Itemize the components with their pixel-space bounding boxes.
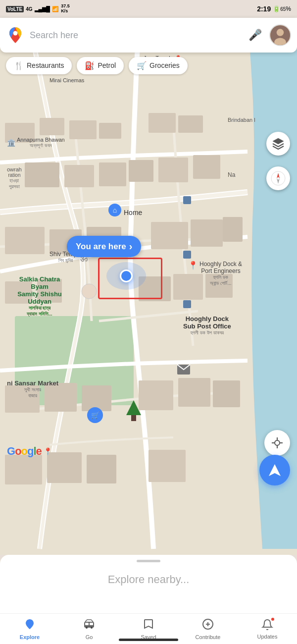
compass-button[interactable] bbox=[266, 166, 290, 190]
you-are-here-bubble[interactable]: You are here bbox=[67, 236, 141, 257]
logo-o1: o bbox=[15, 445, 21, 457]
svg-text:⌂: ⌂ bbox=[113, 206, 117, 214]
svg-rect-10 bbox=[69, 120, 97, 139]
hooghly-post-label: Hooghly Dock Sub Post Office হুগলী ডক উপ… bbox=[183, 315, 231, 336]
svg-rect-49 bbox=[131, 415, 136, 421]
svg-rect-38 bbox=[47, 452, 82, 483]
updates-label: Updates bbox=[257, 634, 278, 640]
home-label: Home bbox=[124, 209, 142, 216]
groceries-icon: 🛒 bbox=[137, 61, 147, 70]
svg-rect-39 bbox=[87, 455, 116, 483]
explore-icon bbox=[24, 618, 36, 633]
signal-bars: ▂▄▆█ bbox=[35, 6, 50, 12]
status-bar: VoLTE 4G ▂▄▆█ 📶 37.5K/s 2:19 🔋65% bbox=[0, 0, 297, 18]
explore-nearby-text: Explore nearby... bbox=[108, 573, 190, 586]
network-speed: 37.5K/s bbox=[61, 4, 70, 14]
updates-icon-wrapper bbox=[261, 619, 273, 633]
status-left: VoLTE 4G ▂▄▆█ 📶 37.5K/s bbox=[6, 4, 70, 14]
nav-item-contribute[interactable]: Contribute bbox=[178, 618, 238, 640]
svg-point-63 bbox=[86, 627, 88, 629]
svg-point-1 bbox=[13, 31, 18, 36]
chip-restaurants[interactable]: 🍴 Restaurants bbox=[6, 57, 72, 74]
petrol-icon: ⛽ bbox=[85, 61, 95, 70]
nav-item-saved[interactable]: Saved bbox=[119, 618, 178, 640]
signal-4g: 4G bbox=[26, 6, 32, 12]
svg-point-64 bbox=[91, 627, 93, 629]
you-are-here-label: You are here bbox=[76, 242, 126, 252]
search-bar: Search here 🎤 bbox=[0, 18, 297, 53]
map-layers-button[interactable] bbox=[266, 132, 290, 156]
wifi-icon: 📶 bbox=[52, 6, 59, 12]
user-avatar[interactable] bbox=[269, 24, 291, 46]
status-right: 2:19 🔋65% bbox=[257, 5, 291, 13]
updates-badge bbox=[270, 617, 275, 622]
svg-rect-40 bbox=[148, 450, 186, 482]
svg-rect-17 bbox=[129, 160, 153, 182]
brindaban-label: Brindaban l bbox=[228, 117, 255, 123]
svg-point-3 bbox=[277, 29, 284, 36]
search-input[interactable]: Search here bbox=[30, 24, 241, 46]
battery-level: 65 bbox=[280, 6, 286, 12]
restaurant-icon: 🍴 bbox=[14, 61, 24, 70]
hooghly-dock-label: 📍 Hooghly Dock & Port Engineers হুগলি ডক… bbox=[188, 261, 242, 286]
svg-rect-11 bbox=[99, 123, 121, 139]
logo-e: e bbox=[36, 445, 42, 457]
svg-rect-65 bbox=[85, 623, 89, 625]
nav-item-updates[interactable]: Updates bbox=[238, 619, 297, 640]
carrier-label: VoLTE bbox=[6, 6, 24, 12]
svg-rect-35 bbox=[178, 378, 210, 407]
annapurna-label: 🏛️ Annapurna Bhawan অন্নপূর্ণা ভবন bbox=[7, 137, 65, 149]
svg-rect-20 bbox=[5, 227, 45, 254]
contribute-icon bbox=[202, 618, 214, 633]
svg-rect-24 bbox=[191, 219, 223, 247]
microphone-icon[interactable]: 🎤 bbox=[246, 26, 264, 45]
svg-rect-36 bbox=[213, 380, 240, 407]
saved-icon bbox=[143, 618, 154, 633]
location-dot bbox=[106, 262, 146, 290]
search-placeholder: Search here bbox=[30, 30, 241, 41]
map-container[interactable]: 🛒 🏛️ Annapurna Bhawan অন্নপূর্ণা ভবন Jor… bbox=[0, 18, 297, 555]
svg-rect-34 bbox=[139, 380, 173, 410]
na-label: Na bbox=[228, 171, 235, 178]
time-display: 2:19 bbox=[257, 5, 271, 13]
svg-rect-43 bbox=[183, 251, 191, 259]
chip-groceries[interactable]: 🛒 Groceries bbox=[129, 57, 188, 74]
svg-rect-44 bbox=[183, 300, 191, 308]
howrah-label: owrah ration হাওড়া পুরসভা bbox=[7, 166, 22, 190]
gps-location-button[interactable] bbox=[264, 430, 290, 456]
svg-point-55 bbox=[275, 440, 280, 445]
chip-groceries-label: Groceries bbox=[149, 61, 180, 69]
svg-marker-60 bbox=[269, 464, 281, 476]
google-logo: Google 📍 bbox=[7, 445, 52, 458]
svg-rect-15 bbox=[64, 165, 94, 187]
svg-rect-37 bbox=[5, 455, 42, 484]
logo-g: G bbox=[7, 445, 15, 457]
home-pin: ⌂ Home bbox=[108, 204, 142, 217]
filter-chips-container: 🍴 Restaurants ⛽ Petrol 🛒 Groceries bbox=[0, 53, 297, 78]
bottom-sheet[interactable]: Explore nearby... bbox=[0, 555, 297, 613]
svg-rect-19 bbox=[193, 155, 220, 179]
explore-label: Explore bbox=[20, 634, 40, 640]
chip-petrol-label: Petrol bbox=[98, 61, 116, 69]
svg-rect-25 bbox=[223, 217, 243, 242]
google-logo-map-pin: 📍 bbox=[44, 447, 52, 455]
nav-item-go[interactable]: Go bbox=[59, 618, 119, 640]
go-label: Go bbox=[86, 634, 93, 640]
chip-petrol[interactable]: ⛽ Petrol bbox=[77, 57, 124, 74]
bottom-sheet-handle bbox=[137, 560, 160, 562]
contribute-label: Contribute bbox=[196, 634, 221, 640]
nav-item-explore[interactable]: Explore bbox=[0, 618, 59, 640]
navigation-fab[interactable] bbox=[259, 455, 290, 485]
salkia-label: Salkia Chatra Byam Samity Shishu Uddyan … bbox=[10, 275, 69, 317]
svg-rect-18 bbox=[158, 158, 188, 182]
sansar-market-label: ni Sansar Market সুখী সংসার বাজার bbox=[7, 379, 58, 399]
svg-point-41 bbox=[82, 284, 97, 299]
svg-rect-12 bbox=[148, 113, 176, 133]
svg-rect-14 bbox=[25, 162, 59, 187]
svg-rect-23 bbox=[151, 222, 188, 249]
chip-restaurants-label: Restaurants bbox=[27, 61, 64, 69]
logo-g2: g bbox=[27, 445, 33, 457]
home-indicator bbox=[119, 639, 178, 641]
svg-rect-9 bbox=[40, 118, 64, 135]
google-maps-logo-icon bbox=[6, 26, 25, 45]
